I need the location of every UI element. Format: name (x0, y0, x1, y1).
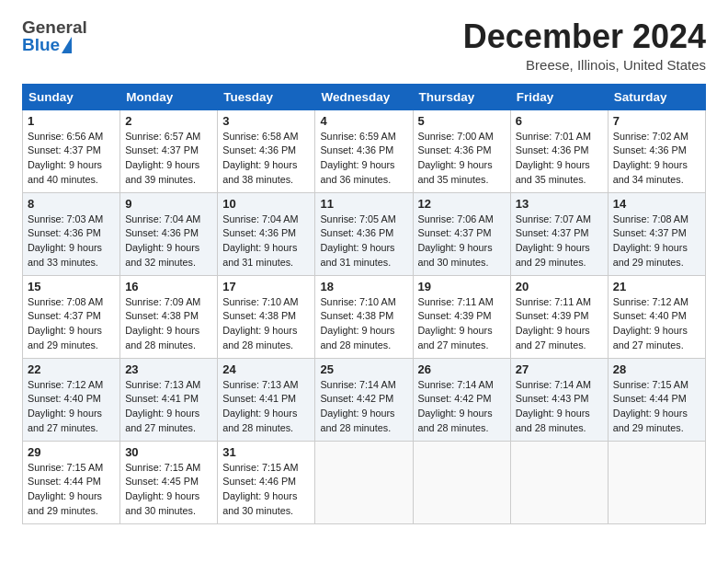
day-number: 13 (516, 197, 603, 211)
day-number: 21 (613, 280, 700, 293)
day-number: 1 (28, 114, 115, 128)
day-info: Sunrise: 7:11 AMSunset: 4:39 PMDaylight:… (418, 295, 506, 353)
weekday-header-saturday: Saturday (608, 84, 705, 109)
calendar-cell: 16Sunrise: 7:09 AMSunset: 4:38 PMDayligh… (120, 275, 218, 358)
calendar-cell: 6Sunrise: 7:01 AMSunset: 4:36 PMDaylight… (510, 109, 608, 192)
day-number: 15 (28, 280, 115, 293)
day-info: Sunrise: 7:14 AMSunset: 4:42 PMDaylight:… (320, 378, 407, 436)
day-number: 12 (418, 197, 506, 211)
location-title: Breese, Illinois, United States (463, 57, 706, 73)
day-number: 16 (125, 280, 212, 293)
day-number: 27 (516, 362, 603, 376)
logo-blue: Blue (22, 36, 60, 53)
calendar-cell: 31Sunrise: 7:15 AMSunset: 4:46 PMDayligh… (218, 441, 315, 523)
calendar-cell: 27Sunrise: 7:14 AMSunset: 4:43 PMDayligh… (510, 358, 608, 441)
day-number: 11 (320, 197, 407, 211)
calendar-cell: 13Sunrise: 7:07 AMSunset: 4:37 PMDayligh… (510, 192, 608, 275)
calendar-cell: 15Sunrise: 7:08 AMSunset: 4:37 PMDayligh… (23, 275, 120, 358)
logo: General Blue (22, 18, 87, 53)
day-number: 9 (125, 197, 212, 211)
day-info: Sunrise: 7:15 AMSunset: 4:44 PMDaylight:… (28, 461, 115, 519)
day-number: 3 (222, 114, 310, 128)
logo-area: General Blue (22, 18, 87, 53)
calendar-cell: 23Sunrise: 7:13 AMSunset: 4:41 PMDayligh… (120, 358, 218, 441)
calendar-cell: 19Sunrise: 7:11 AMSunset: 4:39 PMDayligh… (413, 275, 510, 358)
calendar-cell (608, 441, 705, 523)
week-row-1: 1Sunrise: 6:56 AMSunset: 4:37 PMDaylight… (23, 109, 706, 192)
calendar-cell: 11Sunrise: 7:05 AMSunset: 4:36 PMDayligh… (315, 192, 413, 275)
day-number: 30 (125, 445, 212, 459)
calendar-cell: 9Sunrise: 7:04 AMSunset: 4:36 PMDaylight… (120, 192, 218, 275)
header: General Blue December 2024 Breese, Illin… (22, 18, 706, 73)
month-title: December 2024 (463, 18, 706, 55)
week-row-4: 22Sunrise: 7:12 AMSunset: 4:40 PMDayligh… (23, 358, 706, 441)
day-info: Sunrise: 7:03 AMSunset: 4:36 PMDaylight:… (28, 213, 115, 270)
weekday-header-friday: Friday (510, 84, 608, 109)
day-info: Sunrise: 6:56 AMSunset: 4:37 PMDaylight:… (28, 130, 115, 188)
calendar-cell: 12Sunrise: 7:06 AMSunset: 4:37 PMDayligh… (413, 192, 510, 275)
calendar-body: 1Sunrise: 6:56 AMSunset: 4:37 PMDaylight… (23, 109, 706, 523)
calendar-cell: 24Sunrise: 7:13 AMSunset: 4:41 PMDayligh… (218, 358, 315, 441)
calendar-cell (510, 441, 608, 523)
week-row-5: 29Sunrise: 7:15 AMSunset: 4:44 PMDayligh… (23, 441, 706, 523)
day-info: Sunrise: 7:01 AMSunset: 4:36 PMDaylight:… (516, 130, 603, 188)
calendar-cell: 18Sunrise: 7:10 AMSunset: 4:38 PMDayligh… (315, 275, 413, 358)
day-number: 29 (28, 445, 115, 459)
day-number: 28 (613, 362, 700, 376)
day-info: Sunrise: 7:15 AMSunset: 4:44 PMDaylight:… (613, 378, 700, 436)
weekday-header-sunday: Sunday (23, 84, 120, 109)
calendar-cell: 20Sunrise: 7:11 AMSunset: 4:39 PMDayligh… (510, 275, 608, 358)
day-info: Sunrise: 7:11 AMSunset: 4:39 PMDaylight:… (516, 295, 603, 353)
weekday-header-monday: Monday (120, 84, 218, 109)
logo-general: General (22, 18, 87, 36)
day-info: Sunrise: 7:04 AMSunset: 4:36 PMDaylight:… (125, 213, 212, 270)
calendar-cell: 3Sunrise: 6:58 AMSunset: 4:36 PMDaylight… (218, 109, 315, 192)
weekday-header-tuesday: Tuesday (218, 84, 315, 109)
day-info: Sunrise: 7:14 AMSunset: 4:42 PMDaylight:… (418, 378, 506, 436)
day-number: 2 (125, 114, 212, 128)
day-info: Sunrise: 7:14 AMSunset: 4:43 PMDaylight:… (516, 378, 603, 436)
day-number: 25 (320, 362, 407, 376)
day-number: 10 (222, 197, 310, 211)
calendar-cell: 21Sunrise: 7:12 AMSunset: 4:40 PMDayligh… (608, 275, 705, 358)
day-info: Sunrise: 7:05 AMSunset: 4:36 PMDaylight:… (320, 213, 407, 270)
day-info: Sunrise: 7:08 AMSunset: 4:37 PMDaylight:… (28, 295, 115, 353)
calendar-cell: 5Sunrise: 7:00 AMSunset: 4:36 PMDaylight… (413, 109, 510, 192)
day-info: Sunrise: 7:06 AMSunset: 4:37 PMDaylight:… (418, 213, 506, 270)
day-info: Sunrise: 7:10 AMSunset: 4:38 PMDaylight:… (222, 295, 310, 353)
day-number: 22 (28, 362, 115, 376)
day-info: Sunrise: 6:58 AMSunset: 4:36 PMDaylight:… (222, 130, 310, 188)
day-number: 19 (418, 280, 506, 293)
day-number: 8 (28, 197, 115, 211)
day-number: 17 (222, 280, 310, 293)
calendar-cell: 25Sunrise: 7:14 AMSunset: 4:42 PMDayligh… (315, 358, 413, 441)
weekday-header-thursday: Thursday (413, 84, 510, 109)
calendar-cell (315, 441, 413, 523)
calendar-cell: 30Sunrise: 7:15 AMSunset: 4:45 PMDayligh… (120, 441, 218, 523)
calendar-cell: 17Sunrise: 7:10 AMSunset: 4:38 PMDayligh… (218, 275, 315, 358)
day-info: Sunrise: 7:12 AMSunset: 4:40 PMDaylight:… (28, 378, 115, 436)
calendar-cell: 29Sunrise: 7:15 AMSunset: 4:44 PMDayligh… (23, 441, 120, 523)
day-info: Sunrise: 6:57 AMSunset: 4:37 PMDaylight:… (125, 130, 212, 188)
day-info: Sunrise: 7:12 AMSunset: 4:40 PMDaylight:… (613, 295, 700, 353)
day-info: Sunrise: 7:02 AMSunset: 4:36 PMDaylight:… (613, 130, 700, 188)
calendar-cell: 28Sunrise: 7:15 AMSunset: 4:44 PMDayligh… (608, 358, 705, 441)
day-info: Sunrise: 7:00 AMSunset: 4:36 PMDaylight:… (418, 130, 506, 188)
week-row-2: 8Sunrise: 7:03 AMSunset: 4:36 PMDaylight… (23, 192, 706, 275)
day-number: 31 (222, 445, 310, 459)
day-info: Sunrise: 6:59 AMSunset: 4:36 PMDaylight:… (320, 130, 407, 188)
calendar-cell: 10Sunrise: 7:04 AMSunset: 4:36 PMDayligh… (218, 192, 315, 275)
calendar-cell (413, 441, 510, 523)
day-number: 18 (320, 280, 407, 293)
day-number: 20 (516, 280, 603, 293)
weekday-header-wednesday: Wednesday (315, 84, 413, 109)
day-info: Sunrise: 7:08 AMSunset: 4:37 PMDaylight:… (613, 213, 700, 270)
calendar-cell: 8Sunrise: 7:03 AMSunset: 4:36 PMDaylight… (23, 192, 120, 275)
day-info: Sunrise: 7:07 AMSunset: 4:37 PMDaylight:… (516, 213, 603, 270)
calendar-cell: 26Sunrise: 7:14 AMSunset: 4:42 PMDayligh… (413, 358, 510, 441)
calendar-cell: 1Sunrise: 6:56 AMSunset: 4:37 PMDaylight… (23, 109, 120, 192)
weekday-header-row: SundayMondayTuesdayWednesdayThursdayFrid… (23, 84, 706, 109)
day-number: 5 (418, 114, 506, 128)
calendar-cell: 22Sunrise: 7:12 AMSunset: 4:40 PMDayligh… (23, 358, 120, 441)
day-number: 14 (613, 197, 700, 211)
